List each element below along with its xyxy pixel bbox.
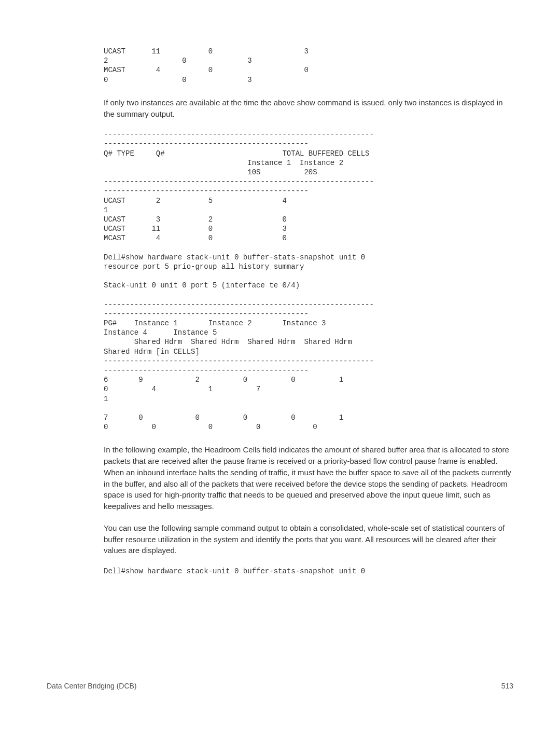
code-output-main: ----------------------------------------… xyxy=(104,130,513,432)
code-output-top: UCAST 11 0 3 2 0 3 MCAST 4 0 0 0 0 3 xyxy=(104,47,513,85)
paragraph-headroom: In the following example, the Headroom C… xyxy=(104,444,513,512)
page-number: 513 xyxy=(501,682,513,690)
code-command-bottom: Dell#show hardware stack-unit 0 buffer-s… xyxy=(104,567,513,576)
paragraph-sample-output: You can use the following sample command… xyxy=(104,522,513,556)
paragraph-intro: If only two instances are available at t… xyxy=(104,97,513,120)
footer-section-title: Data Center Bridging (DCB) xyxy=(47,682,137,690)
